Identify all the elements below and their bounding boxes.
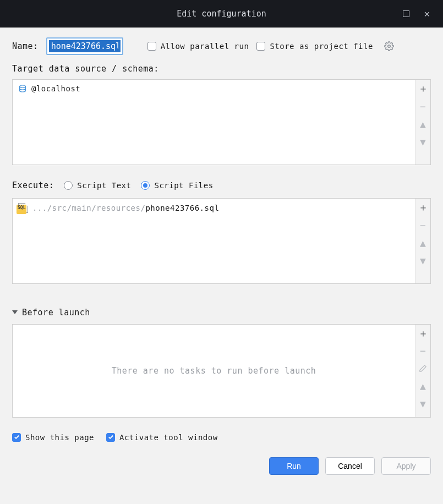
move-down-button[interactable]: ▼	[415, 133, 430, 150]
script-file-item[interactable]: SQL .../src/main/resources/phone423766.s…	[18, 203, 409, 213]
apply-button: Apply	[381, 457, 431, 475]
execute-label: Execute:	[12, 180, 54, 190]
cancel-button[interactable]: Cancel	[325, 457, 375, 475]
edit-button[interactable]	[415, 360, 430, 377]
datasource-item[interactable]: @localhost	[18, 84, 409, 93]
close-icon[interactable]: ✕	[422, 9, 432, 19]
name-label: Name:	[12, 41, 39, 51]
remove-button[interactable]: −	[415, 342, 430, 360]
store-project-file-checkbox[interactable]: Store as project file	[256, 42, 373, 51]
script-files-radio[interactable]: Script Files	[141, 181, 213, 190]
move-down-button[interactable]: ▼	[415, 395, 430, 413]
database-icon	[18, 84, 27, 93]
script-text-radio[interactable]: Script Text	[64, 181, 131, 190]
remove-button[interactable]: −	[415, 97, 430, 115]
before-launch-panel: There are no tasks to run before launch …	[12, 324, 431, 418]
show-page-label: Show this page	[25, 433, 94, 442]
move-down-button[interactable]: ▼	[415, 251, 430, 269]
store-project-file-label: Store as project file	[270, 42, 373, 51]
activate-tool-window-label: Activate tool window	[119, 433, 218, 442]
add-button[interactable]: ＋	[415, 325, 430, 342]
svg-point-0	[388, 45, 391, 48]
add-button[interactable]: ＋	[415, 80, 430, 97]
window-title: Edit configuration	[177, 9, 266, 19]
script-files-label: Script Files	[154, 181, 213, 190]
sql-file-icon: SQL	[18, 203, 28, 213]
before-launch-title: Before launch	[22, 308, 90, 317]
datasource-name: @localhost	[31, 84, 80, 93]
script-text-label: Script Text	[77, 181, 131, 190]
move-up-button[interactable]: ▲	[415, 115, 430, 133]
maximize-icon[interactable]	[401, 9, 411, 19]
script-file-path: .../src/main/resources/phone423766.sql	[32, 204, 219, 212]
run-button[interactable]: Run	[269, 457, 319, 475]
allow-parallel-label: Allow parallel run	[161, 42, 249, 51]
before-launch-expander[interactable]: Before launch	[12, 308, 90, 317]
remove-button[interactable]: −	[415, 216, 430, 234]
name-input-wrap	[46, 37, 123, 55]
name-input[interactable]	[49, 40, 121, 52]
target-datasource-label: Target data source / schema:	[12, 64, 431, 74]
add-button[interactable]: ＋	[415, 199, 430, 216]
move-up-button[interactable]: ▲	[415, 234, 430, 251]
allow-parallel-checkbox[interactable]: Allow parallel run	[147, 42, 249, 51]
activate-tool-window-checkbox[interactable]: Activate tool window	[106, 433, 218, 442]
gear-icon[interactable]	[384, 41, 394, 51]
target-datasource-panel: @localhost ＋ − ▲ ▼	[12, 79, 431, 165]
move-up-button[interactable]: ▲	[415, 377, 430, 395]
chevron-down-icon	[12, 310, 18, 314]
script-files-panel: SQL .../src/main/resources/phone423766.s…	[12, 198, 431, 284]
before-launch-empty: There are no tasks to run before launch	[18, 329, 409, 413]
show-page-checkbox[interactable]: Show this page	[12, 433, 94, 442]
